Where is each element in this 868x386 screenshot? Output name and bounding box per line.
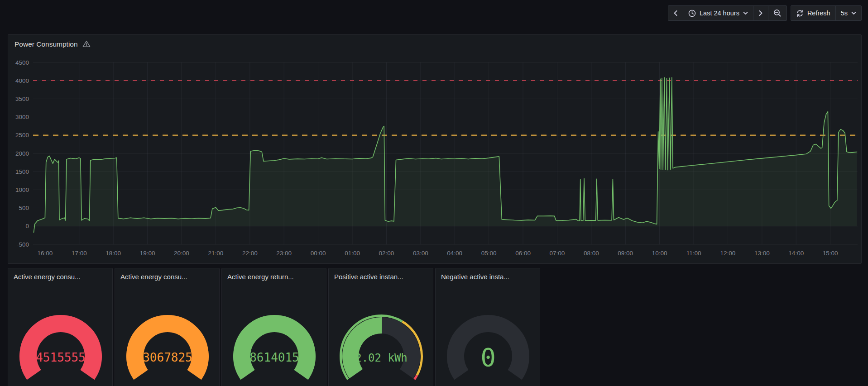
gauge-panel-2: Active energy return...8614015 [221, 268, 326, 386]
zoom-out-button[interactable] [768, 6, 786, 20]
svg-text:4000: 4000 [15, 77, 29, 84]
refresh-sync-icon [796, 10, 804, 17]
power-consumption-panel: Power Consumption 4500400035003000250020… [8, 34, 862, 264]
refresh-interval-label: 5s [841, 10, 848, 17]
chevron-right-icon [758, 10, 763, 16]
svg-text:10:00: 10:00 [652, 250, 667, 257]
svg-text:14:00: 14:00 [788, 250, 804, 257]
gauge-panel-title[interactable]: Active energy consu... [8, 268, 112, 281]
gauge-chart: 0 [436, 295, 541, 385]
svg-text:15:00: 15:00 [823, 250, 838, 257]
svg-text:19:00: 19:00 [140, 250, 155, 257]
gauge-bar [28, 324, 93, 375]
time-range-picker[interactable]: Last 24 hours [683, 6, 753, 20]
time-range-label: Last 24 hours [700, 10, 739, 17]
panel-title[interactable]: Power Consumption [14, 40, 78, 49]
gauge-chart: 2.02 kWh [329, 295, 434, 385]
gauge-value: 2.02 kWh [355, 352, 408, 364]
gauge-bar [242, 324, 307, 375]
time-shift-back-button[interactable] [668, 6, 683, 20]
chevron-left-icon [673, 10, 678, 16]
svg-text:09:00: 09:00 [618, 250, 633, 257]
chart-svg[interactable]: 450040003500300025002000150010005000-500… [8, 50, 861, 263]
svg-text:1000: 1000 [15, 186, 29, 193]
gauge-panel-title[interactable]: Positive active instan... [329, 268, 433, 281]
time-shift-forward-button[interactable] [753, 6, 768, 20]
panel-header: Power Consumption [8, 35, 861, 50]
svg-text:0: 0 [25, 223, 29, 229]
svg-text:18:00: 18:00 [106, 250, 121, 257]
refresh-interval-picker[interactable]: 5s [835, 6, 861, 20]
svg-text:11:00: 11:00 [686, 250, 701, 257]
refresh-label: Refresh [807, 10, 830, 17]
gauge-bar [350, 325, 382, 374]
svg-text:03:00: 03:00 [413, 250, 428, 257]
svg-text:21:00: 21:00 [208, 250, 224, 257]
svg-text:01:00: 01:00 [345, 250, 360, 257]
svg-text:04:00: 04:00 [447, 250, 462, 257]
svg-text:02:00: 02:00 [379, 250, 394, 257]
svg-text:00:00: 00:00 [311, 250, 326, 257]
x-axis-tick-labels: 16:0017:0018:0019:0020:0021:0022:0023:00… [37, 250, 838, 257]
svg-text:16:00: 16:00 [37, 250, 53, 257]
svg-text:07:00: 07:00 [550, 250, 565, 257]
svg-text:3000: 3000 [15, 114, 29, 120]
clock-icon [688, 10, 696, 17]
svg-text:23:00: 23:00 [276, 250, 292, 257]
gauge-panel-0: Active energy consu...4515555 [8, 268, 113, 386]
svg-text:17:00: 17:00 [72, 250, 87, 257]
svg-text:-500: -500 [17, 241, 29, 248]
svg-text:05:00: 05:00 [481, 250, 497, 257]
y-axis-tick-labels: 450040003500300025002000150010005000-500 [15, 59, 29, 248]
gauge-chart: 3067825 [115, 295, 220, 385]
refresh-button[interactable]: Refresh [791, 6, 835, 20]
gauge-value: 4515555 [36, 351, 86, 364]
chevron-down-icon [851, 11, 856, 15]
chevron-down-icon [743, 11, 748, 15]
svg-text:2500: 2500 [15, 132, 29, 138]
svg-text:3500: 3500 [15, 95, 29, 102]
svg-text:12:00: 12:00 [720, 250, 736, 257]
dashboard-toolbar: Last 24 hours [668, 5, 862, 21]
magnifier-minus-icon [773, 9, 782, 17]
gauge-chart: 4515555 [8, 295, 113, 385]
gauge-bar [135, 324, 200, 375]
svg-text:06:00: 06:00 [515, 250, 531, 257]
svg-text:08:00: 08:00 [584, 250, 599, 257]
gauge-panel-4: Negative active insta...0 [435, 268, 540, 386]
svg-text:500: 500 [19, 205, 29, 211]
gauge-panel-title[interactable]: Active energy consu... [115, 268, 219, 281]
svg-text:1500: 1500 [15, 168, 29, 175]
svg-text:4500: 4500 [15, 59, 29, 66]
gauge-value: 8614015 [249, 351, 299, 364]
gauge-value: 3067825 [143, 351, 192, 364]
series-area-fill [34, 77, 857, 232]
warning-triangle-icon[interactable] [82, 40, 91, 49]
svg-text:2000: 2000 [15, 150, 29, 157]
gauge-value: 0 [480, 343, 496, 372]
refresh-controls-group: Refresh 5s [791, 5, 862, 21]
svg-text:13:00: 13:00 [754, 250, 770, 257]
gauge-panel-3: Positive active instan...2.02 kWh [328, 268, 433, 386]
gauge-panel-title[interactable]: Active energy return... [222, 268, 326, 281]
time-controls-group: Last 24 hours [668, 5, 787, 21]
time-series-chart[interactable]: 450040003500300025002000150010005000-500… [8, 50, 861, 263]
svg-text:20:00: 20:00 [174, 250, 189, 257]
gauge-panel-1: Active energy consu...3067825 [115, 268, 220, 386]
gauge-row: Active energy consu...4515555Active ener… [8, 268, 540, 386]
svg-text:22:00: 22:00 [242, 250, 258, 257]
gauge-chart: 8614015 [222, 295, 327, 385]
gauge-panel-title[interactable]: Negative active insta... [436, 268, 540, 281]
